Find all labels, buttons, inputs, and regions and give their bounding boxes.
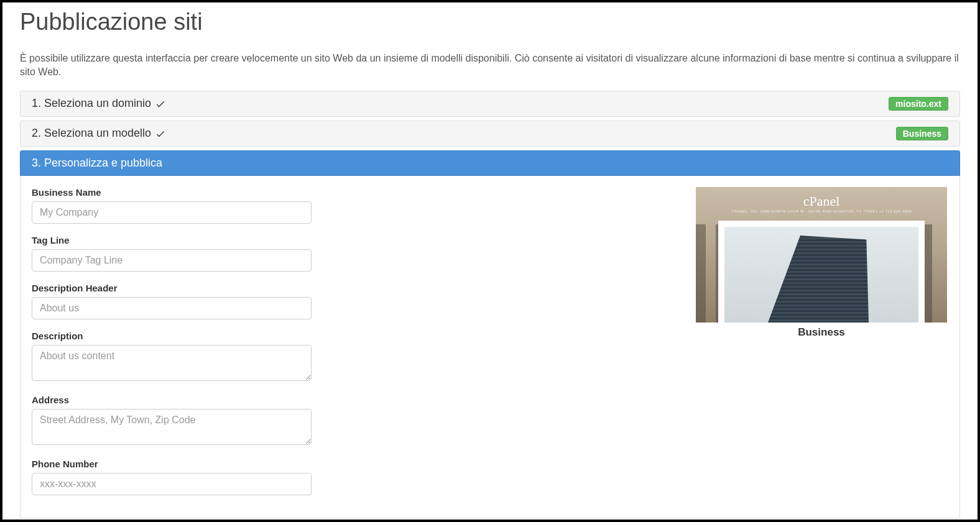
desc-header-label: Description Header <box>32 283 312 293</box>
step2-title: 2. Seleziona un modello <box>32 127 151 140</box>
description-textarea[interactable] <box>32 345 312 381</box>
domain-badge: miosito.ext <box>889 97 948 111</box>
preview-thumbnail: cPanel CPANEL, INC. 2550 NORTH LOOP W · … <box>696 187 947 323</box>
check-icon <box>155 97 166 110</box>
step-panel-template[interactable]: 2. Seleziona un modello Business <box>20 121 960 147</box>
phone-input[interactable] <box>32 473 312 495</box>
description-label: Description <box>32 331 312 341</box>
phone-label: Phone Number <box>32 459 312 469</box>
desc-header-input[interactable] <box>32 297 312 319</box>
page-title: Pubblicazione siti <box>20 9 960 35</box>
business-name-input[interactable] <box>32 201 312 224</box>
business-name-label: Business Name <box>32 187 312 198</box>
check-icon <box>155 127 166 140</box>
tag-line-input[interactable] <box>32 249 312 272</box>
step-panel-domain[interactable]: 1. Seleziona un dominio miosito.ext <box>20 91 960 117</box>
preview-label: Business <box>696 326 947 339</box>
preview-subline: CPANEL, INC. 2550 NORTH LOOP W · SUITE 4… <box>696 209 947 213</box>
template-preview: cPanel CPANEL, INC. 2550 NORTH LOOP W · … <box>696 187 947 339</box>
step1-title: 1. Seleziona un dominio <box>32 97 151 110</box>
step3-title: 3. Personalizza e pubblica <box>32 157 162 170</box>
intro-text: È possibile utilizzare questa interfacci… <box>20 52 960 80</box>
address-label: Address <box>32 395 312 405</box>
tag-line-label: Tag Line <box>32 235 312 245</box>
step-panel-customize: 3. Personalizza e pubblica <box>20 150 960 176</box>
preview-logo-text: cPanel <box>696 193 947 209</box>
address-textarea[interactable] <box>32 409 312 445</box>
customize-body: Business Name Tag Line Description Heade… <box>20 176 960 518</box>
template-badge: Business <box>896 127 948 140</box>
